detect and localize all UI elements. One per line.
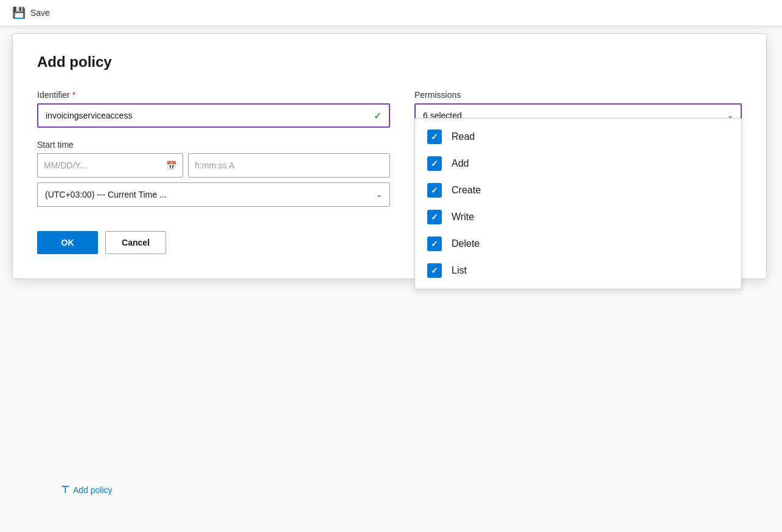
add-policy-link[interactable]: ⊤ Add policy xyxy=(61,484,113,496)
form-right: Permissions 6 selected ⌄ ✓Read✓Add✓Creat… xyxy=(414,90,742,128)
add-policy-icon: ⊤ xyxy=(61,484,69,496)
checkmark-icon: ✓ xyxy=(431,132,438,142)
start-time-field-group: Start time MM/DD/Y... 📅 h:mm:ss A (UTC+0… xyxy=(37,140,390,207)
date-placeholder: MM/DD/Y... xyxy=(44,161,87,170)
checkbox-checked: ✓ xyxy=(427,263,442,278)
checkmark-icon: ✓ xyxy=(431,266,438,275)
identifier-field-group: Identifier * invoicingserviceaccess ✓ xyxy=(37,90,390,128)
permission-label: Create xyxy=(452,185,481,196)
permission-item[interactable]: ✓Create xyxy=(415,177,741,204)
button-row: OK Cancel xyxy=(37,231,390,254)
save-icon: 💾 xyxy=(12,6,26,19)
timezone-value: (UTC+03:00) --- Current Time ... xyxy=(45,190,167,199)
checkmark-icon: ✓ xyxy=(431,212,438,222)
permission-label: Read xyxy=(452,131,475,142)
checkmark-icon: ✓ xyxy=(431,185,438,195)
time-input[interactable]: h:mm:ss A xyxy=(188,153,390,178)
permission-item[interactable]: ✓Delete xyxy=(415,230,741,257)
form-layout: Identifier * invoicingserviceaccess ✓ St… xyxy=(37,90,742,254)
permission-item[interactable]: ✓Add xyxy=(415,150,741,177)
ok-button[interactable]: OK xyxy=(37,231,98,254)
permission-label: List xyxy=(452,265,467,276)
start-time-label: Start time xyxy=(37,140,390,150)
permission-item[interactable]: ✓Read xyxy=(415,123,741,150)
checkbox-checked: ✓ xyxy=(427,130,442,144)
dialog-title: Add policy xyxy=(37,54,742,71)
permissions-label: Permissions xyxy=(414,90,742,100)
date-input[interactable]: MM/DD/Y... 📅 xyxy=(37,153,183,178)
identifier-value: invoicingserviceaccess xyxy=(46,111,132,120)
checkbox-checked: ✓ xyxy=(427,237,442,251)
timezone-dropdown[interactable]: (UTC+03:00) --- Current Time ... ⌄ xyxy=(37,182,390,207)
add-policy-label: Add policy xyxy=(73,485,113,495)
time-placeholder: h:mm:ss A xyxy=(195,161,234,170)
required-indicator: * xyxy=(72,90,75,100)
timezone-chevron-icon: ⌄ xyxy=(376,190,382,199)
checkmark-icon: ✓ xyxy=(431,159,438,168)
add-policy-dialog: Add policy Identifier * invoicingservice… xyxy=(12,33,767,279)
checkbox-checked: ✓ xyxy=(427,210,442,224)
start-time-row: MM/DD/Y... 📅 h:mm:ss A xyxy=(37,153,390,178)
checkbox-checked: ✓ xyxy=(427,183,442,198)
identifier-valid-icon: ✓ xyxy=(374,110,382,122)
checkmark-icon: ✓ xyxy=(431,239,438,249)
cancel-button[interactable]: Cancel xyxy=(105,231,166,254)
toolbar: 💾 Save xyxy=(0,0,782,26)
checkbox-checked: ✓ xyxy=(427,156,442,171)
permission-item[interactable]: ✓List xyxy=(415,257,741,284)
permission-label: Delete xyxy=(452,238,480,249)
permissions-dropdown-list: ✓Read✓Add✓Create✓Write✓Delete✓List xyxy=(414,118,742,289)
identifier-label: Identifier * xyxy=(37,90,390,100)
identifier-input[interactable]: invoicingserviceaccess ✓ xyxy=(37,103,390,128)
form-left: Identifier * invoicingserviceaccess ✓ St… xyxy=(37,90,390,254)
save-button[interactable]: Save xyxy=(30,8,50,18)
permission-item[interactable]: ✓Write xyxy=(415,204,741,230)
permission-label: Write xyxy=(452,212,474,223)
calendar-icon: 📅 xyxy=(166,161,176,170)
permission-label: Add xyxy=(452,158,469,169)
